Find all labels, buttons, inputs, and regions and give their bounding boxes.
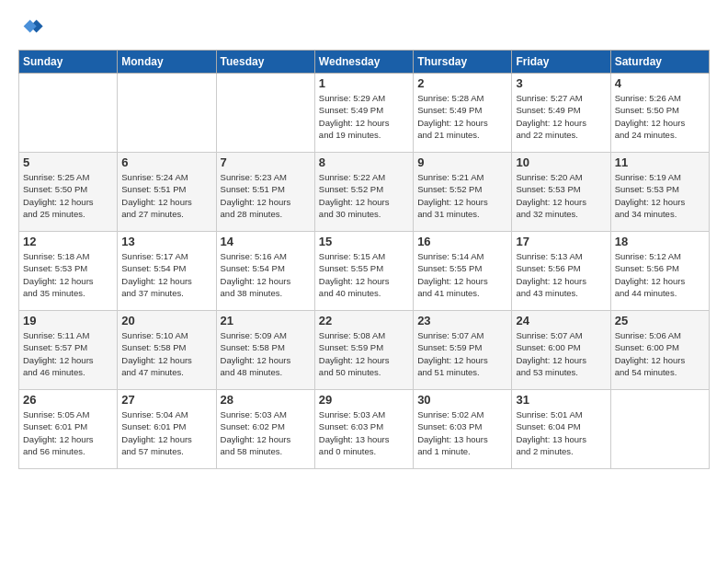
day-info: Sunrise: 5:28 AM Sunset: 5:49 PM Dayligh… [417, 92, 507, 141]
day-number: 4 [615, 76, 705, 90]
day-header-wednesday: Wednesday [314, 51, 413, 74]
day-info: Sunrise: 5:06 AM Sunset: 6:00 PM Dayligh… [615, 329, 705, 378]
day-number: 8 [319, 155, 409, 169]
day-number: 1 [319, 76, 409, 90]
calendar-cell: 12Sunrise: 5:18 AM Sunset: 5:53 PM Dayli… [19, 232, 118, 311]
calendar-cell: 2Sunrise: 5:28 AM Sunset: 5:49 PM Daylig… [414, 74, 512, 153]
day-number: 24 [516, 314, 606, 327]
day-info: Sunrise: 5:16 AM Sunset: 5:54 PM Dayligh… [221, 250, 311, 299]
day-number: 16 [417, 235, 507, 248]
calendar-cell: 13Sunrise: 5:17 AM Sunset: 5:54 PM Dayli… [118, 232, 216, 311]
day-info: Sunrise: 5:14 AM Sunset: 5:55 PM Dayligh… [417, 250, 507, 299]
calendar-cell [610, 390, 709, 469]
week-row-3: 12Sunrise: 5:18 AM Sunset: 5:53 PM Dayli… [19, 232, 710, 311]
calendar-cell: 15Sunrise: 5:15 AM Sunset: 5:55 PM Dayli… [314, 232, 413, 311]
day-number: 12 [23, 235, 113, 248]
day-info: Sunrise: 5:17 AM Sunset: 5:54 PM Dayligh… [121, 250, 211, 299]
day-info: Sunrise: 5:09 AM Sunset: 5:58 PM Dayligh… [221, 329, 311, 378]
calendar-cell: 10Sunrise: 5:20 AM Sunset: 5:53 PM Dayli… [512, 153, 610, 232]
day-number: 22 [319, 314, 409, 327]
day-info: Sunrise: 5:11 AM Sunset: 5:57 PM Dayligh… [23, 329, 113, 378]
calendar-cell: 1Sunrise: 5:29 AM Sunset: 5:49 PM Daylig… [314, 74, 413, 153]
day-number: 25 [615, 314, 705, 327]
calendar-cell: 24Sunrise: 5:07 AM Sunset: 6:00 PM Dayli… [512, 311, 610, 390]
day-info: Sunrise: 5:04 AM Sunset: 6:01 PM Dayligh… [121, 408, 211, 457]
day-info: Sunrise: 5:27 AM Sunset: 5:49 PM Dayligh… [516, 92, 606, 141]
calendar-cell: 25Sunrise: 5:06 AM Sunset: 6:00 PM Dayli… [610, 311, 709, 390]
day-info: Sunrise: 5:18 AM Sunset: 5:53 PM Dayligh… [23, 250, 113, 299]
day-number: 6 [121, 155, 211, 169]
calendar-cell: 4Sunrise: 5:26 AM Sunset: 5:50 PM Daylig… [610, 74, 709, 153]
day-info: Sunrise: 5:29 AM Sunset: 5:49 PM Dayligh… [319, 92, 409, 141]
calendar-cell: 6Sunrise: 5:24 AM Sunset: 5:51 PM Daylig… [118, 153, 216, 232]
day-info: Sunrise: 5:13 AM Sunset: 5:56 PM Dayligh… [516, 250, 606, 299]
day-info: Sunrise: 5:22 AM Sunset: 5:52 PM Dayligh… [319, 171, 409, 220]
logo [18, 15, 48, 40]
day-info: Sunrise: 5:01 AM Sunset: 6:04 PM Dayligh… [516, 408, 606, 457]
day-header-saturday: Saturday [610, 51, 709, 74]
day-number: 20 [121, 314, 211, 327]
calendar-cell: 18Sunrise: 5:12 AM Sunset: 5:56 PM Dayli… [610, 232, 709, 311]
day-info: Sunrise: 5:08 AM Sunset: 5:59 PM Dayligh… [319, 329, 409, 378]
calendar-cell: 16Sunrise: 5:14 AM Sunset: 5:55 PM Dayli… [414, 232, 512, 311]
week-row-2: 5Sunrise: 5:25 AM Sunset: 5:50 PM Daylig… [19, 153, 710, 232]
calendar-cell: 3Sunrise: 5:27 AM Sunset: 5:49 PM Daylig… [512, 74, 610, 153]
day-number: 9 [417, 155, 507, 169]
day-number: 17 [516, 235, 606, 248]
header [18, 15, 710, 40]
calendar-cell: 30Sunrise: 5:02 AM Sunset: 6:03 PM Dayli… [414, 390, 512, 469]
day-number: 30 [417, 393, 507, 407]
calendar-cell: 7Sunrise: 5:23 AM Sunset: 5:51 PM Daylig… [216, 153, 314, 232]
day-header-monday: Monday [118, 51, 216, 74]
day-number: 18 [615, 235, 705, 248]
logo-icon [18, 15, 44, 40]
calendar-cell [19, 74, 118, 153]
calendar-cell: 28Sunrise: 5:03 AM Sunset: 6:02 PM Dayli… [216, 390, 314, 469]
week-row-4: 19Sunrise: 5:11 AM Sunset: 5:57 PM Dayli… [19, 311, 710, 390]
day-info: Sunrise: 5:23 AM Sunset: 5:51 PM Dayligh… [221, 171, 311, 220]
day-number: 31 [516, 393, 606, 407]
calendar-cell: 20Sunrise: 5:10 AM Sunset: 5:58 PM Dayli… [118, 311, 216, 390]
day-number: 3 [516, 76, 606, 90]
day-number: 27 [121, 393, 211, 407]
day-number: 21 [221, 314, 311, 327]
day-info: Sunrise: 5:02 AM Sunset: 6:03 PM Dayligh… [417, 408, 507, 457]
calendar-cell: 14Sunrise: 5:16 AM Sunset: 5:54 PM Dayli… [216, 232, 314, 311]
day-header-thursday: Thursday [414, 51, 512, 74]
day-info: Sunrise: 5:03 AM Sunset: 6:02 PM Dayligh… [221, 408, 311, 457]
day-header-friday: Friday [512, 51, 610, 74]
day-header-sunday: Sunday [19, 51, 118, 74]
day-number: 13 [121, 235, 211, 248]
day-info: Sunrise: 5:07 AM Sunset: 5:59 PM Dayligh… [417, 329, 507, 378]
day-info: Sunrise: 5:15 AM Sunset: 5:55 PM Dayligh… [319, 250, 409, 299]
day-number: 15 [319, 235, 409, 248]
day-info: Sunrise: 5:10 AM Sunset: 5:58 PM Dayligh… [121, 329, 211, 378]
calendar-table: SundayMondayTuesdayWednesdayThursdayFrid… [18, 50, 710, 469]
day-info: Sunrise: 5:25 AM Sunset: 5:50 PM Dayligh… [23, 171, 113, 220]
page-container: SundayMondayTuesdayWednesdayThursdayFrid… [0, 0, 728, 478]
day-number: 11 [615, 155, 705, 169]
calendar-cell: 31Sunrise: 5:01 AM Sunset: 6:04 PM Dayli… [512, 390, 610, 469]
calendar-cell: 26Sunrise: 5:05 AM Sunset: 6:01 PM Dayli… [19, 390, 118, 469]
day-info: Sunrise: 5:12 AM Sunset: 5:56 PM Dayligh… [615, 250, 705, 299]
header-row: SundayMondayTuesdayWednesdayThursdayFrid… [19, 51, 710, 74]
calendar-cell: 19Sunrise: 5:11 AM Sunset: 5:57 PM Dayli… [19, 311, 118, 390]
day-number: 14 [221, 235, 311, 248]
day-number: 7 [221, 155, 311, 169]
calendar-cell [216, 74, 314, 153]
calendar-cell: 22Sunrise: 5:08 AM Sunset: 5:59 PM Dayli… [314, 311, 413, 390]
day-info: Sunrise: 5:03 AM Sunset: 6:03 PM Dayligh… [319, 408, 409, 457]
calendar-cell: 8Sunrise: 5:22 AM Sunset: 5:52 PM Daylig… [314, 153, 413, 232]
day-header-tuesday: Tuesday [216, 51, 314, 74]
calendar-cell: 23Sunrise: 5:07 AM Sunset: 5:59 PM Dayli… [414, 311, 512, 390]
calendar-cell: 5Sunrise: 5:25 AM Sunset: 5:50 PM Daylig… [19, 153, 118, 232]
calendar-cell: 9Sunrise: 5:21 AM Sunset: 5:52 PM Daylig… [414, 153, 512, 232]
day-number: 5 [23, 155, 113, 169]
day-number: 26 [23, 393, 113, 407]
day-number: 10 [516, 155, 606, 169]
week-row-1: 1Sunrise: 5:29 AM Sunset: 5:49 PM Daylig… [19, 74, 710, 153]
day-number: 29 [319, 393, 409, 407]
week-row-5: 26Sunrise: 5:05 AM Sunset: 6:01 PM Dayli… [19, 390, 710, 469]
day-number: 19 [23, 314, 113, 327]
calendar-body: 1Sunrise: 5:29 AM Sunset: 5:49 PM Daylig… [19, 74, 710, 469]
